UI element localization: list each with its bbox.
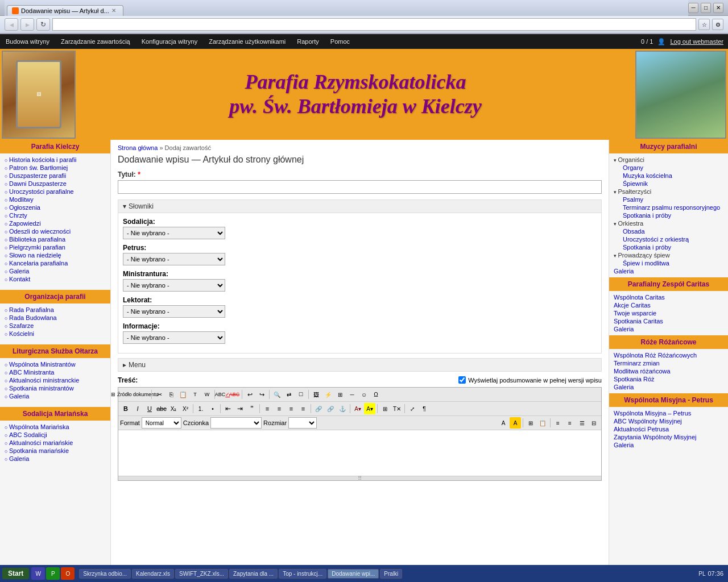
taskbar-item-2[interactable]: SWIFT_ZKZ.xls... <box>175 569 228 579</box>
galeria-caritas-link[interactable]: Galeria <box>614 325 723 333</box>
sidebar-link-rada-budowlana[interactable]: Rada Budowlana <box>5 314 106 322</box>
show-blocks-button[interactable]: ¶ <box>419 403 430 414</box>
back-button[interactable]: ◂ <box>5 18 18 31</box>
sidebar-link-galeria1[interactable]: Galeria <box>5 267 106 275</box>
extra-btn2[interactable]: ⊟ <box>588 417 599 429</box>
zapytania-mis-link[interactable]: Zapytania Wspólnoty Misyjnej <box>614 433 723 441</box>
taskbar-icon-3[interactable]: O <box>61 567 75 580</box>
bg-color-btn2[interactable]: A <box>510 417 521 429</box>
sidebar-link-slowo[interactable]: Słowo na niedzielę <box>5 251 106 259</box>
address-bar[interactable]: parafia.kielcza.pl/node/add/story-site <box>52 18 696 31</box>
nav-zarzadzanie-uzytkownikami[interactable]: Zarządzanie użytkownikami <box>203 34 291 49</box>
sidebar-link-uroczystosci[interactable]: Uroczystości parafialne <box>5 188 106 196</box>
close-button[interactable]: ✕ <box>713 3 723 13</box>
bg-color-button[interactable]: A▾ <box>364 403 375 414</box>
indent-button[interactable]: ⇥ <box>234 403 246 414</box>
galeria-mis-link[interactable]: Galeria <box>614 441 723 449</box>
bookmark-star-icon[interactable]: ☆ <box>698 19 710 30</box>
spotkania-psal-link[interactable]: Spotkania i próby <box>614 211 723 219</box>
outdent-button[interactable]: ⇤ <box>222 403 234 414</box>
sodalicja-select[interactable]: - Nie wybrano - <box>123 227 225 239</box>
logout-link[interactable]: Log out webmaster <box>670 38 723 45</box>
align-right-button[interactable]: ≡ <box>286 403 297 414</box>
start-button[interactable]: Start <box>2 568 29 579</box>
nav-raporty[interactable]: Raporty <box>291 34 325 49</box>
paste-word-button[interactable]: W <box>201 389 213 400</box>
format-select[interactable]: Normal <box>142 417 181 429</box>
uroczystosci-ork-link[interactable]: Uroczystości z orkiestrą <box>614 235 723 243</box>
taskbar-item-3[interactable]: Zapytania dla ... <box>229 569 278 579</box>
spiew-modlitwa-link[interactable]: Śpiew i modlitwa <box>614 259 723 267</box>
spotkania-caritas-link[interactable]: Spotkania Caritas <box>614 317 723 325</box>
anchor-button[interactable]: ⚓ <box>337 403 348 414</box>
smiley-button[interactable]: ☺ <box>358 389 370 400</box>
find-button[interactable]: 🔍 <box>271 389 283 400</box>
sidebar-link-galeria-min[interactable]: Galeria <box>5 392 106 400</box>
remove-format-button[interactable]: T✕ <box>391 403 403 414</box>
slowniki-header[interactable]: ▾ Słowniki <box>118 200 601 213</box>
abc-mis-link[interactable]: ABC Wspólnoty Misyjnej <box>614 417 723 425</box>
muzyka-link[interactable]: Muzyka kościelna <box>614 172 723 180</box>
sidebar-link-rada-parafialna[interactable]: Rada Parafialna <box>5 306 106 314</box>
maximize-button[interactable]: □ <box>701 3 711 13</box>
forward-button[interactable]: ▸ <box>20 18 34 31</box>
table-button[interactable]: ⊞ <box>334 389 346 400</box>
modlitwa-roz-link[interactable]: Modlitwa różańcowa <box>614 367 723 375</box>
taskbar-item-4[interactable]: Top - instrukcj... <box>279 569 326 579</box>
summary-checkbox[interactable] <box>458 376 466 384</box>
browser-tab[interactable]: Dodawanie wpisu — Artykuł d... ✕ <box>7 5 123 16</box>
sidebar-link-aktualnosci-min[interactable]: Aktualności ministranckie <box>5 376 106 384</box>
terminarz-zmian-link[interactable]: Terminarz zmian <box>614 359 723 367</box>
align-left-button[interactable]: ≡ <box>262 403 273 414</box>
editor-body[interactable] <box>118 430 601 476</box>
flash-button[interactable]: ⚡ <box>322 389 334 400</box>
insert-special-button[interactable]: ⊞ <box>379 403 391 414</box>
underline-button[interactable]: U <box>144 403 155 414</box>
menu-header[interactable]: ▸ Menu <box>118 359 601 371</box>
twoje-wsparcie-link[interactable]: Twoje wsparcie <box>614 309 723 317</box>
source-button[interactable]: ⊞ Źródło dokumentu <box>120 389 150 400</box>
sidebar-link-odeszli[interactable]: Odeszli do wieczności <box>5 227 106 235</box>
bold-button[interactable]: B <box>120 403 131 414</box>
galeria-muz-link[interactable]: Galeria <box>614 267 723 275</box>
nav-konfiguracja-witryny[interactable]: Konfiguracja witryny <box>136 34 203 49</box>
hr-button[interactable]: ─ <box>346 389 358 400</box>
informacje-select[interactable]: - Nie wybrano - <box>123 331 225 344</box>
strikethrough-button[interactable]: abc <box>156 403 167 414</box>
sidebar-link-abc-ministranta[interactable]: ABC Ministranta <box>5 368 106 376</box>
sidebar-link-szafarze[interactable]: Szafarze <box>5 322 106 330</box>
aktualnosci-pet-link[interactable]: Aktualności Petrusa <box>614 425 723 433</box>
sidebar-link-patron[interactable]: Patron św. Bartłomiej <box>5 164 106 172</box>
taskbar-icon-1[interactable]: W <box>31 567 45 580</box>
sidebar-link-historia[interactable]: Historia kościoła i parafii <box>5 156 106 164</box>
spellcheck-button[interactable]: ABC✓ <box>217 389 228 400</box>
sidebar-link-koscielni[interactable]: Kościelni <box>5 330 106 338</box>
nav-budowa-witryny[interactable]: Budowa witryny <box>0 34 55 49</box>
sidebar-link-modlitwy[interactable]: Modlitwy <box>5 196 106 203</box>
nav-zarzadzanie-zawartoscia[interactable]: Zarządzanie zawartością <box>55 34 136 49</box>
taskbar-item-5[interactable]: Dodawanie wpi... <box>328 569 379 579</box>
nav-pomoc[interactable]: Pomoc <box>325 34 355 49</box>
blockquote-button[interactable]: " <box>246 403 258 414</box>
title-input[interactable] <box>118 180 602 194</box>
taskbar-item-1[interactable]: Kalendarz.xls <box>132 569 174 579</box>
sidebar-link-duszpasterze[interactable]: Duszpasterze parafii <box>5 172 106 180</box>
sidebar-link-pielgrzymki[interactable]: Pielgrzymki parafian <box>5 243 106 251</box>
sidebar-link-ogloszenia[interactable]: Ogłoszenia <box>5 203 106 211</box>
tab-close-button[interactable]: ✕ <box>111 7 116 14</box>
paste-btn2[interactable]: 📋 <box>537 417 548 429</box>
sidebar-link-wspolnota-mar[interactable]: Wspólnota Mariańska <box>5 423 106 431</box>
paste-text-button[interactable]: T <box>189 389 201 400</box>
sidebar-link-zapowiedzi[interactable]: Zapowiedzi <box>5 219 106 227</box>
align-right-btn2[interactable]: ≡ <box>564 417 576 429</box>
galeria-roz-link[interactable]: Galeria <box>614 383 723 391</box>
ministrantura-select[interactable]: - Nie wybrano - <box>123 279 225 292</box>
ordered-list-button[interactable]: 1. <box>195 403 206 414</box>
italic-button[interactable]: I <box>132 403 143 414</box>
text-color-button[interactable]: A▾ <box>352 403 363 414</box>
maximize-button[interactable]: ⤢ <box>407 403 418 414</box>
minimize-button[interactable]: ─ <box>688 3 698 13</box>
petrus-select[interactable]: - Nie wybrano - <box>123 253 225 265</box>
extensions-icon[interactable]: ⚙ <box>712 19 723 30</box>
sidebar-link-dawni[interactable]: Dawni Duszpasterze <box>5 180 106 188</box>
